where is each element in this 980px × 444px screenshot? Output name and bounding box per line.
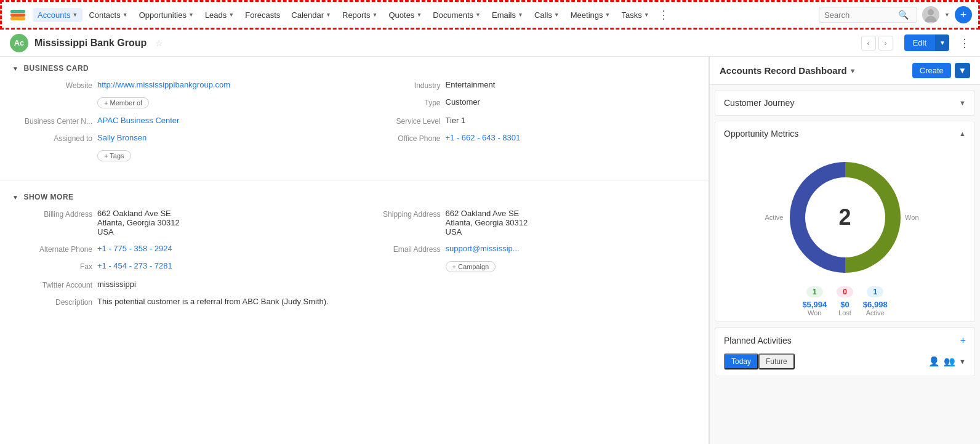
nav-item-documents[interactable]: Documents ▼ [428, 8, 486, 22]
email-address-field: Email Address support@mississip... [361, 244, 697, 254]
right-panel: Accounts Record Dashboard ▼ Create ▼ Cus… [709, 57, 980, 444]
add-button[interactable]: + [955, 6, 972, 23]
lost-badge: 0 [837, 286, 853, 297]
nav-item-reports[interactable]: Reports ▼ [337, 8, 382, 22]
planned-activities-title: Planned Activities [724, 336, 792, 345]
business-card-chevron-icon: ▼ [12, 65, 18, 72]
avatar-chevron-icon[interactable]: ▼ [944, 12, 950, 18]
type-field: Type Customer [361, 97, 697, 108]
lost-amount: $0 [837, 300, 853, 309]
business-card-section-header[interactable]: ▼ BUSINESS CARD [0, 57, 709, 78]
won-label: Won [802, 309, 827, 317]
nav-item-leads[interactable]: Leads ▼ [200, 8, 239, 22]
svg-rect-2 [10, 10, 25, 13]
avatar[interactable] [922, 6, 939, 23]
create-dropdown-button[interactable]: ▼ [955, 63, 970, 78]
business-center-value[interactable]: APAC Business Center [97, 116, 179, 125]
nav-item-emails[interactable]: Emails ▼ [487, 8, 528, 22]
nav-item-accounts[interactable]: Accounts ▼ [33, 8, 82, 22]
office-phone-value[interactable]: +1 - 662 - 643 - 8301 [446, 133, 521, 142]
favorite-star-icon[interactable]: ☆ [155, 38, 163, 48]
business-center-field: Business Center N... APAC Business Cente… [12, 116, 348, 126]
billing-address-field: Billing Address 662 Oakland Ave SE Atlan… [12, 209, 348, 236]
nav-item-tasks[interactable]: Tasks ▼ [616, 8, 654, 22]
nav-more-button[interactable]: ⋮ [656, 6, 672, 24]
nav-item-opportunities[interactable]: Opportunities ▼ [134, 8, 199, 22]
tasks-chevron-icon: ▼ [644, 12, 649, 18]
member-of-button[interactable]: + Member of [97, 97, 149, 108]
prev-record-button[interactable]: ‹ [861, 36, 876, 50]
donut-chart: Active 2 Won [784, 156, 907, 279]
activity-dropdown-icon[interactable]: ▼ [959, 358, 966, 365]
record-navigation: ‹ › [861, 36, 893, 50]
office-phone-field: Office Phone +1 - 662 - 643 - 8301 [361, 133, 697, 143]
nav-items: Accounts ▼ Contacts ▼ Opportunities ▼ Le… [33, 6, 819, 24]
campaign-button[interactable]: + Campaign [446, 261, 496, 272]
customer-journey-header[interactable]: Customer Journey ▼ [715, 91, 974, 115]
nav-item-quotes[interactable]: Quotes ▼ [384, 8, 427, 22]
search-input[interactable] [824, 10, 898, 20]
assigned-to-value[interactable]: Sally Bronsen [97, 133, 147, 142]
lost-stat: 0 $0 Lost [837, 286, 853, 317]
svg-point-3 [928, 9, 934, 15]
planned-activities-tabs: Today Future [724, 353, 795, 369]
won-stat: 1 $5,994 Won [802, 286, 827, 317]
nav-search[interactable]: 🔍 [819, 7, 917, 23]
nav-item-contacts[interactable]: Contacts ▼ [84, 8, 132, 22]
assigned-to-field: Assigned to Sally Bronsen [12, 133, 348, 143]
won-badge: 1 [806, 286, 823, 297]
shipping-address-field: Shipping Address 662 Oakland Ave SE Atla… [361, 209, 697, 236]
tags-button[interactable]: + Tags [97, 150, 131, 161]
alt-phone-field: Alternate Phone +1 - 775 - 358 - 2924 [12, 244, 348, 254]
fax-field: Fax +1 - 454 - 273 - 7281 [12, 261, 348, 272]
service-level-field: Service Level Tier 1 [361, 116, 697, 126]
contacts-chevron-icon: ▼ [122, 12, 128, 18]
create-button[interactable]: Create [912, 63, 951, 78]
fax-value[interactable]: +1 - 454 - 273 - 7281 [97, 261, 172, 270]
alt-phone-value[interactable]: +1 - 775 - 358 - 2924 [97, 244, 172, 253]
nav-logo [8, 5, 28, 25]
documents-chevron-icon: ▼ [475, 12, 481, 18]
email-address-value[interactable]: support@mississip... [446, 244, 520, 253]
main-layout: ▼ BUSINESS CARD Website http://www.missi… [0, 57, 980, 444]
donut-center-value: 2 [838, 204, 851, 230]
donut-active-label: Active [765, 214, 784, 221]
twitter-value: mississippi [97, 280, 136, 289]
tab-future[interactable]: Future [758, 353, 795, 369]
tab-today[interactable]: Today [724, 353, 758, 369]
active-amount: $6,998 [863, 300, 888, 309]
accounts-chevron-icon: ▼ [72, 12, 78, 18]
planned-activities-add-icon[interactable]: + [960, 335, 966, 346]
lost-label: Lost [837, 309, 853, 317]
dashboard-title: Accounts Record Dashboard [720, 65, 847, 76]
website-value[interactable]: http://www.mississippibankgroup.com [97, 80, 230, 89]
next-record-button[interactable]: › [878, 36, 893, 50]
active-stat: 1 $6,998 Active [863, 286, 888, 317]
search-icon[interactable]: 🔍 [898, 10, 909, 20]
donut-won-label: Won [905, 214, 918, 221]
nav-item-calls[interactable]: Calls ▼ [529, 8, 564, 22]
opportunity-metrics-header[interactable]: Opportunity Metrics ▲ [715, 121, 974, 146]
service-level-value: Tier 1 [446, 116, 466, 125]
emails-chevron-icon: ▼ [518, 12, 523, 18]
opportunities-chevron-icon: ▼ [188, 12, 194, 18]
edit-dropdown-button[interactable]: ▼ [935, 34, 949, 51]
dashboard-actions: Create ▼ [912, 63, 970, 78]
show-more-section-header[interactable]: ▼ SHOW MORE [0, 185, 709, 206]
leads-chevron-icon: ▼ [228, 12, 234, 18]
dashboard-chevron-icon[interactable]: ▼ [849, 67, 856, 75]
nav-item-meetings[interactable]: Meetings ▼ [566, 8, 616, 22]
nav-item-forecasts[interactable]: Forecasts [240, 8, 285, 22]
activity-user-icon[interactable]: 👤 [928, 356, 940, 367]
record-title: Mississippi Bank Group [34, 38, 147, 49]
industry-field: Industry Entertainment [361, 80, 697, 90]
nav-item-calendar[interactable]: Calendar ▼ [286, 8, 336, 22]
member-of-field: + Member of [12, 97, 348, 108]
shipping-address-value: 662 Oakland Ave SE Atlanta, Georgia 3031… [446, 209, 528, 236]
planned-activities-section: Planned Activities + Today Future 👤 👥 ▼ [715, 327, 975, 376]
edit-button[interactable]: Edit [904, 34, 935, 51]
activity-people-icon[interactable]: 👥 [944, 356, 955, 367]
show-more-form: Billing Address 662 Oakland Ave SE Atlan… [0, 206, 709, 324]
svg-rect-0 [10, 17, 25, 20]
record-more-button[interactable]: ⋮ [959, 36, 970, 50]
